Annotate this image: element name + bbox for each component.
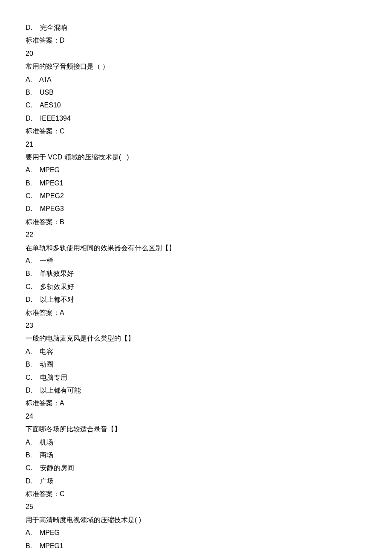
option-letter: A. — [26, 529, 32, 536]
question-number: 24 — [26, 410, 366, 423]
question-number: 25 — [26, 500, 366, 513]
answer-line: 标准答案：D — [26, 34, 366, 47]
option-letter: B. — [26, 451, 32, 459]
option-letter: C. — [26, 101, 32, 109]
option-letter: C. — [26, 464, 32, 471]
question-number: 20 — [26, 47, 366, 60]
option-letter: D. — [26, 387, 32, 394]
option-text: MPEG1 — [40, 542, 63, 549]
answer-line: 标准答案：C — [26, 488, 366, 500]
option-letter: B. — [26, 89, 32, 96]
question-number: 21 — [26, 138, 366, 151]
answer-value: A — [60, 399, 64, 407]
option-line: C. 多轨效果好 — [26, 280, 366, 293]
option-text: 安静的房间 — [40, 464, 74, 471]
option-text: 商场 — [40, 451, 53, 459]
option-line: B. MPEG1 — [26, 540, 366, 552]
answer-label: 标准答案： — [26, 309, 60, 316]
question-number: 22 — [26, 228, 366, 241]
answer-label: 标准答案： — [26, 399, 60, 407]
option-letter: C. — [26, 283, 32, 290]
option-line: C. MPEG2 — [26, 190, 366, 202]
option-letter: A. — [26, 166, 32, 173]
option-letter: A. — [26, 76, 32, 83]
option-line: A. ATA — [26, 73, 366, 86]
question-stem: 下面哪各场所比较适合录音【】 — [26, 423, 366, 436]
option-text: 多轨效果好 — [40, 283, 74, 290]
option-line: B. 动圈 — [26, 358, 366, 371]
question-stem: 一般的电脑麦克风是什么类型的【】 — [26, 332, 366, 345]
option-text: MPEG — [40, 166, 60, 173]
option-letter: D. — [26, 205, 32, 212]
question-number: 23 — [26, 319, 366, 332]
option-line: A. MPEG — [26, 526, 366, 539]
answer-value: D — [60, 37, 65, 44]
answer-label: 标准答案： — [26, 37, 60, 44]
option-letter: A. — [26, 439, 32, 446]
option-text: IEEE1394 — [40, 115, 71, 122]
option-letter: D. — [26, 296, 32, 303]
option-line: A. 电容 — [26, 345, 366, 358]
option-letter: B. — [26, 361, 32, 368]
option-text: 机场 — [40, 439, 53, 446]
question-stem: 常用的数字音频接口是（ ） — [26, 60, 366, 73]
option-text: 单轨效果好 — [40, 270, 74, 277]
option-letter: C. — [26, 192, 32, 199]
option-text: 一样 — [40, 257, 53, 264]
option-text: 动圈 — [40, 361, 53, 368]
option-line: D. 以上都有可能 — [26, 384, 366, 397]
answer-value: C — [60, 490, 65, 497]
option-line: C. 安静的房间 — [26, 462, 366, 474]
option-text: AES10 — [40, 101, 61, 109]
option-text: MPEG — [40, 529, 60, 536]
answer-label: 标准答案： — [26, 218, 60, 225]
option-text: ATA — [39, 76, 52, 83]
option-letter: C. — [26, 374, 32, 381]
answer-line: 标准答案：C — [26, 125, 366, 138]
answer-line: 标准答案：B — [26, 216, 366, 228]
answer-label: 标准答案： — [26, 127, 60, 135]
option-line: D. 广场 — [26, 475, 366, 488]
option-line: D. IEEE1394 — [26, 112, 366, 125]
option-line: C. AES10 — [26, 99, 366, 112]
answer-line: 标准答案：A — [26, 397, 366, 410]
option-line: B. 单轨效果好 — [26, 267, 366, 280]
question-stem: 用于高清晰度电视领域的压缩技术是( ) — [26, 514, 366, 526]
option-line: A. 一样 — [26, 254, 366, 267]
option-letter: D. — [26, 477, 32, 485]
answer-label: 标准答案： — [26, 490, 60, 497]
option-text: MPEG1 — [40, 179, 63, 187]
option-line: A. 机场 — [26, 436, 366, 449]
option-line: D. 以上都不对 — [26, 293, 366, 306]
option-line: D. MPEG3 — [26, 202, 366, 215]
option-line: C. MPEG2 — [26, 552, 366, 555]
option-text: 电脑专用 — [40, 374, 67, 381]
option-text: 以上都有可能 — [40, 387, 81, 394]
document-body: D. 完全混响标准答案：D20常用的数字音频接口是（ ）A. ATAB. USB… — [26, 21, 366, 555]
question-stem: 在单轨和多轨使用相同的效果器会有什么区别【】 — [26, 242, 366, 254]
option-letter: A. — [26, 257, 32, 264]
option-line: D. 完全混响 — [26, 21, 366, 34]
option-letter: B. — [26, 179, 32, 187]
option-line: B. USB — [26, 86, 366, 99]
option-text: MPEG3 — [40, 205, 64, 212]
option-text: 完全混响 — [40, 24, 67, 31]
option-line: C. 电脑专用 — [26, 371, 366, 384]
option-letter: A. — [26, 348, 32, 355]
option-letter: B. — [26, 542, 32, 549]
option-text: 电容 — [40, 348, 53, 355]
answer-line: 标准答案：A — [26, 306, 366, 319]
question-stem: 要用于 VCD 领域的压缩技术是( ) — [26, 151, 366, 164]
answer-value: A — [60, 309, 64, 316]
option-letter: D. — [26, 115, 32, 122]
option-letter: B. — [26, 270, 32, 277]
option-text: USB — [40, 89, 54, 96]
option-letter: D. — [26, 24, 32, 31]
option-line: B. 商场 — [26, 449, 366, 462]
option-text: 以上都不对 — [40, 296, 74, 303]
answer-value: B — [60, 218, 64, 225]
option-text: MPEG2 — [40, 192, 64, 199]
option-line: A. MPEG — [26, 164, 366, 176]
option-line: B. MPEG1 — [26, 177, 366, 190]
option-text: 广场 — [40, 477, 54, 485]
